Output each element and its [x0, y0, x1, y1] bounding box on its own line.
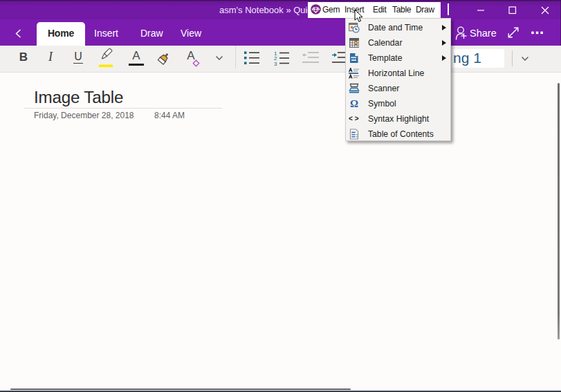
svg-text:3: 3	[274, 61, 277, 67]
